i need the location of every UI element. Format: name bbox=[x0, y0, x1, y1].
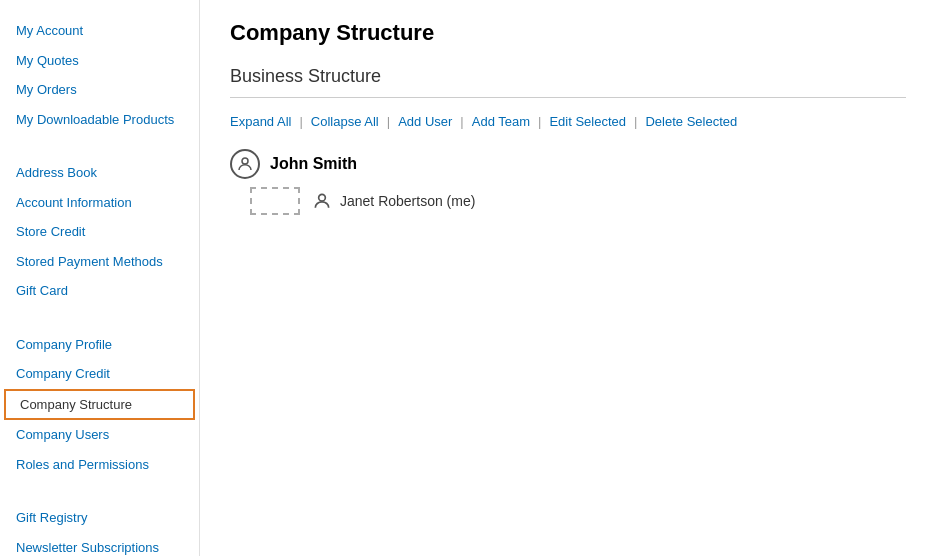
sep-3: | bbox=[460, 114, 463, 129]
tree-child-row: Janet Robertson (me) bbox=[250, 187, 906, 215]
sidebar-item-newsletter-subscriptions[interactable]: Newsletter Subscriptions bbox=[0, 533, 199, 557]
tree-root-user: John Smith bbox=[230, 149, 906, 179]
sidebar-item-gift-registry[interactable]: Gift Registry bbox=[0, 503, 199, 533]
sidebar-item-my-downloadable-products[interactable]: My Downloadable Products bbox=[0, 105, 199, 135]
svg-point-0 bbox=[242, 158, 248, 164]
sidebar-item-my-account[interactable]: My Account bbox=[0, 16, 199, 46]
sidebar-item-address-book[interactable]: Address Book bbox=[0, 158, 199, 188]
root-user-avatar bbox=[230, 149, 260, 179]
toolbar: Expand All | Collapse All | Add User | A… bbox=[230, 114, 906, 129]
edit-selected-link[interactable]: Edit Selected bbox=[549, 114, 626, 129]
tree-children: Janet Robertson (me) bbox=[230, 187, 906, 215]
sidebar-item-company-profile[interactable]: Company Profile bbox=[0, 330, 199, 360]
page-title: Company Structure bbox=[230, 20, 906, 46]
root-user-name: John Smith bbox=[270, 155, 357, 173]
delete-selected-link[interactable]: Delete Selected bbox=[645, 114, 737, 129]
main-content: Company Structure Business Structure Exp… bbox=[200, 0, 936, 556]
collapse-all-link[interactable]: Collapse All bbox=[311, 114, 379, 129]
expand-all-link[interactable]: Expand All bbox=[230, 114, 291, 129]
sidebar-group-other: Gift Registry Newsletter Subscriptions M… bbox=[0, 503, 199, 556]
sep-5: | bbox=[634, 114, 637, 129]
sidebar-item-account-information[interactable]: Account Information bbox=[0, 188, 199, 218]
add-user-link[interactable]: Add User bbox=[398, 114, 452, 129]
svg-point-1 bbox=[319, 194, 326, 201]
add-team-link[interactable]: Add Team bbox=[472, 114, 530, 129]
sidebar-item-company-structure[interactable]: Company Structure bbox=[4, 389, 195, 421]
sidebar-group-personal: Address Book Account Information Store C… bbox=[0, 158, 199, 306]
sidebar-item-gift-card[interactable]: Gift Card bbox=[0, 276, 199, 306]
tree-connector-dashed bbox=[250, 187, 300, 215]
sep-1: | bbox=[299, 114, 302, 129]
page-layout: My Account My Quotes My Orders My Downlo… bbox=[0, 0, 936, 556]
sidebar-item-roles-and-permissions[interactable]: Roles and Permissions bbox=[0, 450, 199, 480]
sidebar: My Account My Quotes My Orders My Downlo… bbox=[0, 0, 200, 556]
sidebar-item-store-credit[interactable]: Store Credit bbox=[0, 217, 199, 247]
sidebar-item-my-orders[interactable]: My Orders bbox=[0, 75, 199, 105]
sep-4: | bbox=[538, 114, 541, 129]
sep-2: | bbox=[387, 114, 390, 129]
sidebar-item-my-quotes[interactable]: My Quotes bbox=[0, 46, 199, 76]
sidebar-item-company-credit[interactable]: Company Credit bbox=[0, 359, 199, 389]
sidebar-group-company: Company Profile Company Credit Company S… bbox=[0, 330, 199, 480]
section-title: Business Structure bbox=[230, 66, 906, 98]
company-tree: John Smith Janet Robertson (me) bbox=[230, 149, 906, 215]
sidebar-group-account: My Account My Quotes My Orders My Downlo… bbox=[0, 16, 199, 134]
sidebar-item-company-users[interactable]: Company Users bbox=[0, 420, 199, 450]
child-user-name: Janet Robertson (me) bbox=[340, 193, 475, 209]
child-user-icon bbox=[312, 191, 332, 211]
sidebar-item-stored-payment-methods[interactable]: Stored Payment Methods bbox=[0, 247, 199, 277]
